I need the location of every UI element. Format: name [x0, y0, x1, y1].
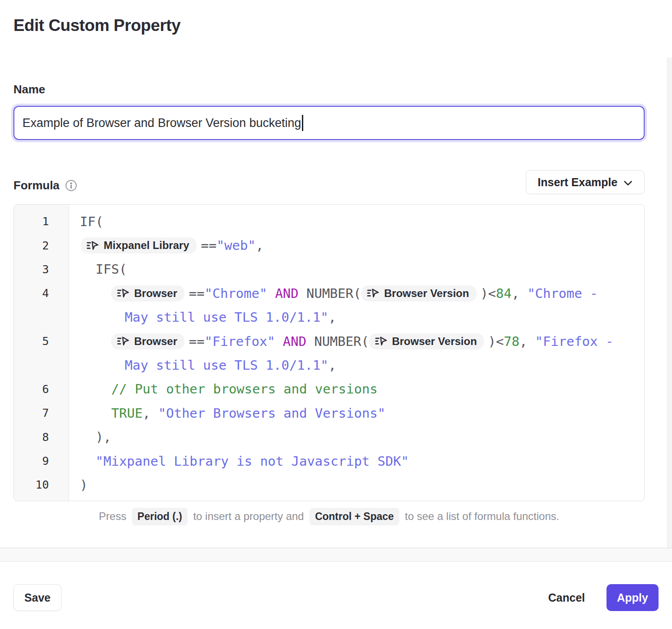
- property-icon: [117, 336, 130, 346]
- formula-line: May still use TLS 1.0/1.1",: [125, 353, 640, 377]
- kw-token: AND: [283, 334, 306, 349]
- property-chip[interactable]: Browser Version: [369, 333, 484, 349]
- formula-editor: 12345678910 IF(Mixpanel Library=="web",I…: [13, 204, 645, 501]
- helper-press: Press: [99, 510, 126, 522]
- str-token: "Mixpanel Library is not Javascript SDK": [96, 454, 409, 469]
- line-number: 1: [14, 210, 69, 233]
- line-number: 7: [14, 401, 69, 425]
- line-number: 8: [14, 425, 69, 449]
- op-token: ==: [201, 238, 217, 253]
- property-chip[interactable]: Mixpanel Library: [81, 237, 196, 253]
- property-icon: [375, 336, 388, 346]
- str-token: "Firefox -: [535, 334, 614, 349]
- text-caret: [302, 115, 303, 131]
- formula-line: Browser=="Firefox" AND NUMBER(Browser Ve…: [111, 329, 640, 353]
- property-chip[interactable]: Browser: [111, 333, 184, 349]
- str-token: "Chrome -: [527, 286, 598, 301]
- code-token: [267, 286, 275, 301]
- edit-custom-property-dialog: Edit Custom Property Name Example of Bro…: [0, 0, 672, 629]
- apply-button[interactable]: Apply: [607, 584, 659, 611]
- insert-example-button[interactable]: Insert Example: [526, 170, 645, 194]
- formula-code-area[interactable]: IF(Mixpanel Library=="web",IFS(Browser==…: [69, 205, 644, 501]
- property-chip-label: Browser Version: [392, 336, 477, 347]
- str-token: "Firefox": [205, 334, 275, 349]
- code-token: ,: [328, 310, 336, 325]
- property-chip-label: Mixpanel Library: [104, 240, 189, 251]
- formula-line: TRUE, "Other Browsers and Versions": [111, 401, 640, 425]
- formula-line: Mixpanel Library=="web",: [81, 233, 640, 257]
- code-token: ,: [256, 238, 263, 253]
- code-token: ,: [511, 286, 527, 301]
- line-number: 5: [14, 329, 69, 353]
- save-button[interactable]: Save: [13, 584, 61, 611]
- str-token: "web": [217, 238, 256, 253]
- helper-end: to see a list of formula functions.: [405, 510, 559, 522]
- code-token: )<: [480, 286, 496, 301]
- name-input-value: Example of Browser and Browser Version b…: [22, 116, 301, 130]
- dialog-title: Edit Custom Property: [13, 16, 180, 35]
- formula-line: ),: [96, 425, 640, 449]
- code-token: ,: [143, 406, 158, 421]
- line-number-gutter: 12345678910: [14, 205, 69, 501]
- num-token: 78: [504, 334, 519, 349]
- code-token: ),: [96, 429, 111, 445]
- chevron-down-icon: [624, 176, 633, 189]
- property-icon: [117, 288, 130, 298]
- info-icon[interactable]: [65, 179, 77, 192]
- line-number: 10: [14, 473, 69, 497]
- property-icon: [367, 288, 380, 298]
- vertical-scrollbar-track[interactable]: [667, 57, 672, 548]
- num-token: TRUE: [111, 406, 143, 421]
- code-token: NUMBER(: [306, 334, 369, 349]
- property-icon: [86, 240, 99, 251]
- str-token: "Chrome": [205, 286, 267, 301]
- str-token: May still use TLS 1.0/1.1": [125, 310, 328, 325]
- formula-line: IF(: [80, 210, 640, 233]
- code-token: IF(: [80, 214, 103, 229]
- cancel-button[interactable]: Cancel: [540, 584, 593, 611]
- kbd-period: Period (.): [132, 508, 188, 525]
- line-number: 6: [14, 377, 69, 401]
- property-chip-label: Browser: [134, 288, 177, 299]
- code-token: ,: [519, 334, 535, 349]
- formula-header: Formula: [13, 179, 77, 192]
- code-token: ,: [328, 358, 336, 373]
- line-number: 2: [14, 233, 69, 257]
- property-chip[interactable]: Browser Version: [361, 285, 476, 301]
- line-number: 9: [14, 449, 69, 473]
- name-label: Name: [13, 83, 45, 96]
- line-number: [14, 306, 69, 329]
- formula-line: IFS(: [96, 258, 640, 281]
- code-token: IFS(: [96, 262, 127, 277]
- op-token: ==: [189, 286, 205, 301]
- formula-line: "Mixpanel Library is not Javascript SDK": [96, 449, 640, 473]
- kw-token: AND: [275, 286, 298, 301]
- num-token: 84: [496, 286, 512, 301]
- insert-example-label: Insert Example: [538, 176, 618, 189]
- kbd-control-space: Control + Space: [310, 508, 399, 525]
- formula-label: Formula: [13, 179, 60, 192]
- helper-mid: to insert a property and: [193, 510, 304, 522]
- op-token: ==: [189, 334, 205, 349]
- comment-token: // Put other browsers and versions: [111, 381, 378, 397]
- str-token: May still use TLS 1.0/1.1": [125, 358, 328, 373]
- property-chip-label: Browser Version: [384, 288, 469, 299]
- formula-line: May still use TLS 1.0/1.1",: [125, 306, 640, 329]
- formula-line: // Put other browsers and versions: [111, 377, 640, 401]
- line-number: [14, 353, 69, 377]
- code-token: )<: [488, 334, 504, 349]
- property-chip-label: Browser: [134, 336, 177, 347]
- formula-line: Browser=="Chrome" AND NUMBER(Browser Ver…: [111, 281, 640, 305]
- str-token: "Other Browsers and Versions": [158, 406, 385, 421]
- formula-line: ): [80, 473, 640, 497]
- name-input[interactable]: Example of Browser and Browser Version b…: [13, 106, 645, 140]
- code-token: NUMBER(: [299, 286, 362, 301]
- horizontal-scrollbar-track[interactable]: [0, 548, 672, 562]
- line-number: 3: [14, 258, 69, 281]
- line-number: 4: [14, 281, 69, 305]
- code-token: ): [80, 477, 87, 493]
- code-token: [275, 334, 283, 349]
- editor-helper-text: Press Period (.) to insert a property an…: [13, 508, 645, 525]
- property-chip[interactable]: Browser: [111, 285, 184, 301]
